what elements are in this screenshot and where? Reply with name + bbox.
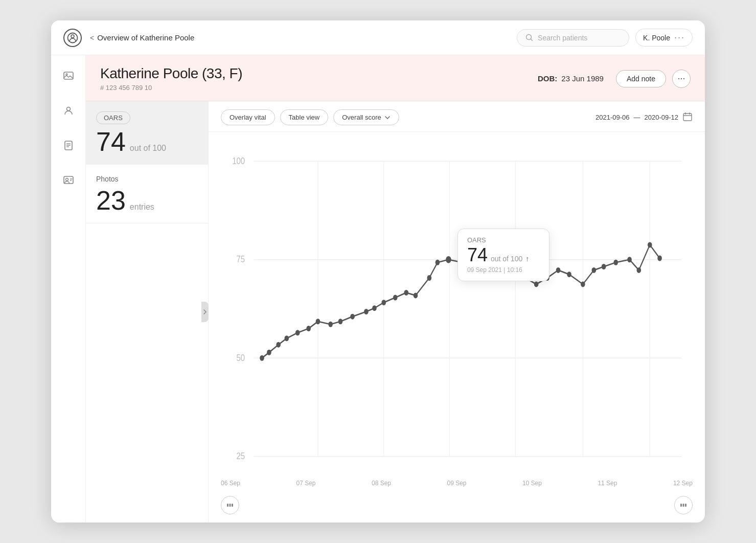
- date-sep: —: [634, 114, 640, 121]
- svg-point-33: [267, 350, 271, 355]
- svg-point-41: [350, 314, 355, 320]
- photos-sub: entries: [130, 202, 154, 212]
- svg-point-43: [372, 305, 377, 311]
- user-badge[interactable]: K. Poole ···: [635, 29, 693, 47]
- dob-value: 23 Jun 1989: [561, 74, 604, 83]
- svg-point-59: [581, 281, 585, 287]
- patient-info: Katherine Poole (33, F) # 123 456 789 10: [100, 65, 525, 92]
- photos-label: Photos: [96, 175, 198, 183]
- table-view-button[interactable]: Table view: [280, 109, 329, 125]
- svg-point-45: [393, 295, 398, 301]
- svg-point-35: [284, 335, 289, 341]
- dob-label: DOB:: [538, 74, 557, 83]
- add-note-button[interactable]: Add note: [616, 70, 666, 87]
- svg-point-39: [328, 322, 333, 327]
- chart-panel: Overlay vital Table view Overall score 2…: [209, 101, 705, 523]
- svg-rect-67: [227, 504, 228, 507]
- search-box[interactable]: Search patients: [517, 29, 629, 47]
- photos-card: Photos 23 entries: [86, 165, 208, 223]
- svg-point-34: [276, 342, 281, 348]
- breadcrumb: < Overview of Katherine Poole: [90, 33, 509, 42]
- photos-count-row: 23 entries: [96, 187, 198, 214]
- patient-header-actions: Add note ···: [616, 70, 691, 88]
- left-panel: OARS 74 out of 100 Photos 23 entries: [86, 101, 209, 523]
- app-logo: [63, 29, 82, 47]
- svg-rect-14: [683, 114, 692, 121]
- user-name-label: K. Poole: [643, 34, 670, 42]
- svg-point-36: [295, 330, 300, 335]
- search-icon: [525, 34, 534, 42]
- svg-point-66: [657, 256, 662, 261]
- svg-point-53: [513, 264, 518, 269]
- svg-rect-71: [683, 504, 684, 507]
- svg-point-64: [637, 267, 642, 273]
- svg-point-44: [381, 300, 386, 305]
- sidebar: [51, 55, 86, 523]
- patient-header: Katherine Poole (33, F) # 123 456 789 10…: [86, 55, 705, 101]
- sidebar-icon-notes[interactable]: [58, 135, 79, 155]
- svg-rect-69: [232, 504, 233, 507]
- scroll-left-button[interactable]: [221, 496, 239, 514]
- svg-rect-68: [230, 504, 231, 507]
- svg-point-38: [316, 319, 320, 324]
- user-more-icon[interactable]: ···: [674, 32, 685, 43]
- x-label-10sep: 10 Sep: [522, 480, 542, 487]
- patient-dob: DOB: 23 Jun 1989: [538, 74, 604, 83]
- chart-svg: 100 75 50 25: [221, 140, 693, 478]
- sidebar-icon-images[interactable]: [58, 65, 79, 86]
- svg-point-48: [427, 275, 432, 281]
- svg-point-5: [66, 107, 70, 111]
- svg-point-54: [523, 275, 528, 281]
- top-bar: < Overview of Katherine Poole Search pat…: [51, 20, 705, 55]
- svg-point-11: [65, 178, 68, 181]
- x-label-06sep: 06 Sep: [221, 480, 240, 487]
- back-button[interactable]: <: [90, 34, 94, 42]
- svg-point-47: [414, 292, 418, 298]
- svg-point-50: [446, 256, 451, 263]
- date-start: 2021-09-06: [595, 114, 630, 121]
- x-label-07sep: 07 Sep: [296, 480, 315, 487]
- svg-text:100: 100: [232, 155, 245, 166]
- sidebar-icon-contacts[interactable]: [58, 170, 79, 190]
- sidebar-icon-person[interactable]: [58, 100, 79, 121]
- chart-x-labels: 06 Sep 07 Sep 08 Sep 09 Sep 10 Sep 11 Se…: [209, 478, 705, 491]
- oars-score: 74: [96, 128, 126, 155]
- breadcrumb-text: Overview of Katherine Poole: [97, 33, 194, 42]
- patient-more-button[interactable]: ···: [672, 70, 691, 88]
- svg-point-65: [648, 242, 652, 247]
- svg-point-42: [364, 309, 369, 314]
- overlay-vital-button[interactable]: Overlay vital: [221, 109, 275, 125]
- overall-score-button[interactable]: Overall score: [333, 109, 399, 125]
- oars-label: OARS: [96, 111, 130, 124]
- oars-denom: out of 100: [130, 144, 166, 153]
- patient-id: # 123 456 789 10: [100, 84, 525, 92]
- top-bar-right: Search patients K. Poole ···: [517, 29, 693, 47]
- svg-rect-70: [680, 504, 682, 507]
- svg-point-63: [627, 257, 632, 262]
- x-label-12sep: 12 Sep: [673, 480, 693, 487]
- chart-bottom: [209, 491, 705, 523]
- svg-point-58: [567, 272, 571, 277]
- svg-point-4: [66, 74, 67, 75]
- svg-point-56: [545, 275, 549, 281]
- calendar-icon[interactable]: [682, 111, 693, 123]
- svg-point-40: [338, 319, 343, 324]
- photos-count: 23: [96, 187, 126, 214]
- svg-rect-72: [685, 504, 686, 507]
- svg-text:25: 25: [237, 450, 245, 461]
- svg-point-62: [613, 260, 618, 265]
- scroll-right-button[interactable]: [674, 496, 693, 514]
- content-area: Katherine Poole (33, F) # 123 456 789 10…: [86, 55, 705, 523]
- date-range: 2021-09-06 — 2020-09-12: [595, 111, 693, 123]
- chart-area: 100 75 50 25: [209, 132, 705, 478]
- chevron-down-icon: [384, 115, 391, 121]
- svg-point-60: [592, 267, 597, 273]
- svg-point-55: [534, 281, 539, 287]
- svg-point-1: [71, 35, 74, 38]
- svg-point-57: [556, 267, 561, 273]
- main-layout: Katherine Poole (33, F) # 123 456 789 10…: [51, 55, 705, 523]
- panel-collapse-tab[interactable]: [201, 302, 209, 322]
- x-label-08sep: 08 Sep: [372, 480, 391, 487]
- oars-value: 74 out of 100: [96, 128, 198, 155]
- svg-point-37: [306, 326, 311, 331]
